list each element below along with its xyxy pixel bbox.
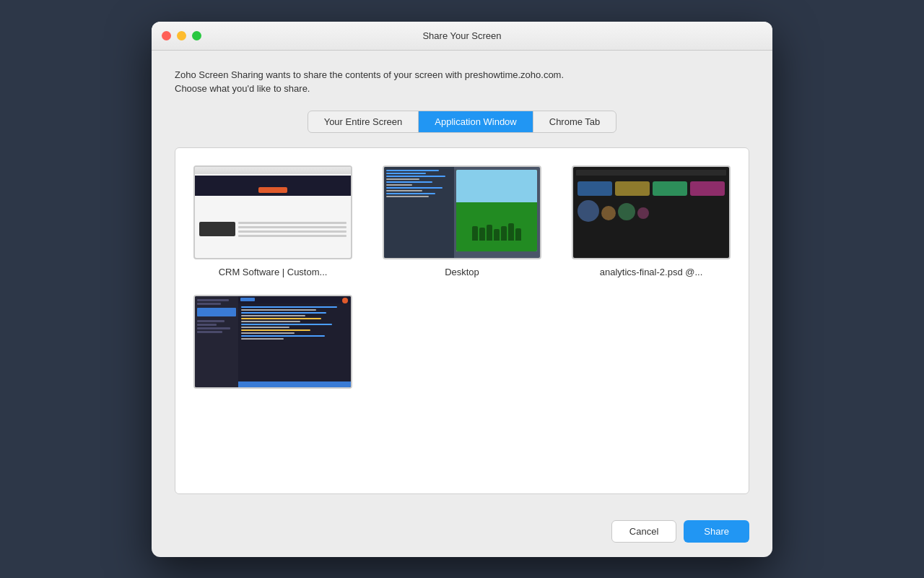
tab-application-window[interactable]: Application Window	[419, 111, 533, 132]
desktop-code-line-3	[386, 176, 445, 177]
desktop-code-line-5	[386, 181, 432, 183]
analytics-icon-3	[653, 181, 687, 196]
code-line-6	[241, 321, 300, 322]
windows-content-area: CRM Software | Custom...	[175, 147, 749, 494]
code-area	[238, 303, 351, 381]
code-tab-indicator	[240, 298, 255, 301]
desktop-code-line-7	[386, 187, 443, 189]
code-line-8	[241, 327, 289, 328]
maximize-button[interactable]	[192, 31, 201, 40]
code-line-7	[241, 324, 331, 325]
window-thumbnail-desktop	[383, 165, 541, 259]
tabs-group: Your Entire Screen Application Window Ch…	[308, 111, 617, 133]
crm-orange-btn	[258, 187, 287, 193]
desktop-code-line-4	[386, 178, 419, 180]
tab-chrome-tab[interactable]: Chrome Tab	[533, 111, 616, 132]
window-thumbnail-analytics	[572, 165, 731, 259]
person-7	[515, 228, 521, 241]
share-screen-dialog: Share Your Screen Zoho Screen Sharing wa…	[152, 22, 772, 557]
desktop-code-line-6	[386, 184, 412, 186]
code-tab-bar	[238, 296, 351, 303]
desktop-code-line-8	[386, 190, 422, 191]
code-sidebar	[195, 296, 238, 387]
window-thumbnail-crm	[193, 165, 352, 259]
person-6	[508, 223, 514, 241]
window-item-code[interactable]	[190, 295, 356, 396]
sidebar-line-2	[197, 303, 221, 305]
sidebar-line-6	[197, 331, 222, 333]
sidebar-line-5	[197, 327, 230, 329]
sidebar-line-4	[197, 324, 217, 326]
desktop-photo-right	[456, 170, 537, 251]
crm-line-4	[238, 235, 346, 237]
sidebar-line-3	[197, 320, 225, 322]
person-2	[479, 228, 485, 241]
analytics-icon-grid	[576, 178, 726, 199]
person-1	[472, 226, 478, 241]
crm-bottom	[195, 217, 351, 241]
tab-entire-screen[interactable]: Your Entire Screen	[308, 111, 419, 132]
code-main	[238, 296, 351, 387]
window-thumbnail-code	[193, 295, 352, 389]
code-line-5	[241, 318, 321, 319]
crm-line-3	[238, 230, 346, 233]
title-bar: Share Your Screen	[152, 22, 772, 51]
analytics-icon-1	[578, 181, 612, 196]
code-line-3	[241, 312, 326, 314]
desktop-people	[456, 170, 537, 251]
bubble-1	[578, 200, 599, 222]
code-bottom-bar	[238, 381, 351, 387]
code-line-9	[241, 329, 310, 331]
code-close-icon	[342, 298, 348, 303]
description-text: Zoho Screen Sharing wants to share the c…	[175, 68, 749, 96]
analytics-top-nav	[576, 170, 726, 176]
dialog-footer: Cancel Share	[152, 509, 772, 557]
tabs-container: Your Entire Screen Application Window Ch…	[175, 111, 749, 133]
windows-grid: CRM Software | Custom...	[190, 165, 734, 396]
window-item-analytics[interactable]: analytics-final-2.psd @...	[568, 165, 734, 277]
analytics-window-title: analytics-final-2.psd @...	[600, 267, 703, 277]
code-line-11	[241, 335, 324, 337]
code-line-1	[241, 306, 337, 308]
share-button[interactable]: Share	[684, 520, 749, 543]
analytics-icon-4	[690, 181, 725, 196]
sidebar-line-1	[197, 299, 229, 301]
window-item-crm[interactable]: CRM Software | Custom...	[190, 165, 356, 277]
code-line-2	[241, 309, 315, 311]
crm-line-2	[238, 226, 346, 228]
crm-window-title: CRM Software | Custom...	[219, 267, 328, 277]
dialog-title: Share Your Screen	[422, 30, 501, 41]
window-item-desktop[interactable]: Desktop	[379, 165, 545, 277]
person-5	[501, 226, 507, 241]
bubble-2	[601, 206, 616, 220]
analytics-chart	[576, 199, 726, 223]
desktop-window-title: Desktop	[445, 267, 479, 277]
desktop-people-row	[456, 212, 537, 241]
desktop-code-line-9	[386, 193, 435, 194]
desktop-code-line-1	[386, 170, 439, 171]
analytics-icon-2	[615, 181, 650, 196]
desktop-code-left	[384, 167, 454, 258]
close-button[interactable]	[162, 31, 171, 40]
window-controls	[162, 31, 201, 40]
code-line-4	[241, 315, 305, 316]
bubble-3	[618, 203, 635, 220]
minimize-button[interactable]	[177, 31, 186, 40]
crm-col-left	[199, 222, 235, 236]
cancel-button[interactable]: Cancel	[611, 520, 676, 543]
person-3	[487, 225, 492, 241]
sidebar-active-item	[197, 308, 236, 316]
crm-line-1	[238, 222, 346, 224]
desktop-code-line-2	[386, 173, 426, 174]
bubble-4	[637, 207, 649, 219]
code-line-12	[241, 338, 284, 340]
person-4	[494, 229, 500, 241]
desktop-code-line-10	[386, 196, 429, 197]
dialog-body: Zoho Screen Sharing wants to share the c…	[152, 51, 772, 509]
code-line-10	[241, 332, 295, 334]
crm-topbar	[195, 167, 351, 174]
crm-lines	[238, 222, 346, 237]
